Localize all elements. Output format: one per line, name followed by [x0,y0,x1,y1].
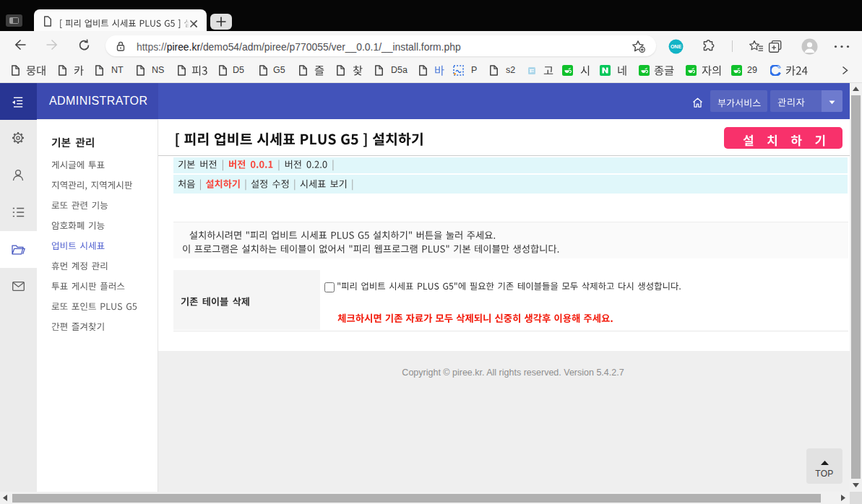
svg-text:ONE: ONE [671,44,682,49]
